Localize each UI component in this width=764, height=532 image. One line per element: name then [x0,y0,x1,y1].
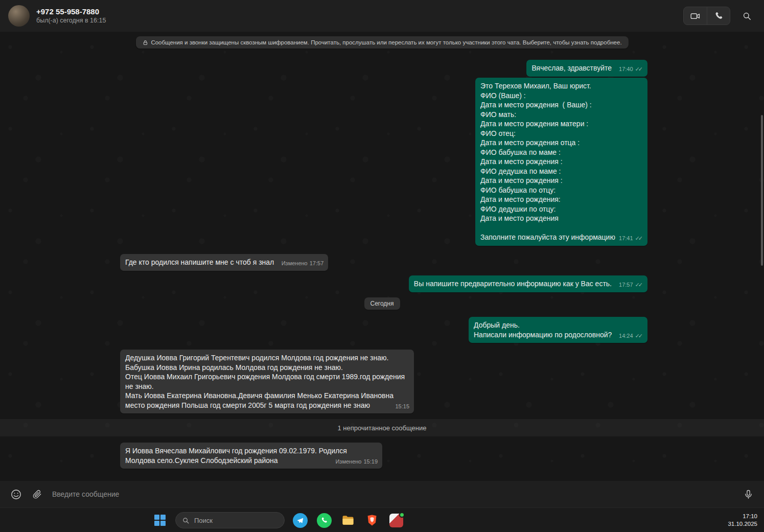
message-time: 17:57 [619,280,633,290]
windows-taskbar: Поиск [0,507,764,532]
message-text: Дедушка Иовва Григорий Терентевич родилс… [125,353,409,410]
clock-time: 17:10 [728,513,757,520]
message-meta: 14:24 ✓✓ [619,331,643,341]
message-time: 14:24 [619,331,633,341]
message-incoming[interactable]: Дедушка Иовва Григорий Терентевич родилс… [120,350,414,413]
message-meta: 15:15 [395,402,409,411]
search-in-chat-button[interactable] [737,7,756,25]
read-receipt-icon: ✓✓ [635,280,643,290]
video-camera-icon [690,11,701,21]
message-text: Вы напишите предварительно информацию ка… [414,279,642,289]
message-meta: 17:57 ✓✓ [619,280,643,290]
message-time: 17:41 [619,234,633,243]
taskbar-clock[interactable]: 17:10 31.10.2025 [728,508,757,532]
app-icon-with-badge[interactable] [387,512,405,529]
taskbar-center: Поиск [151,508,405,532]
message-outgoing[interactable]: Добрый день. Написали информацию по родо… [469,317,647,343]
notification-badge [399,512,405,518]
message-outgoing[interactable]: Вы напишите предварительно информацию ка… [409,275,647,292]
message-outgoing[interactable]: Это Терехов Михаил, Ваш юрист. ФИО (Ваше… [475,78,647,246]
message-time: 17:40 [619,64,633,74]
unread-messages-label: 1 непрочитанное сообщение [338,424,427,432]
emoji-picker-button[interactable] [10,489,22,500]
conversation-panel: Сообщения и звонки защищены сквозным шиф… [0,32,764,481]
message-composer [0,481,764,507]
message-incoming[interactable]: Я Иовва Вячеслав Михайлович год рождения… [120,443,382,469]
message-meta: Изменено 15:19 [335,457,378,467]
contact-avatar[interactable] [8,5,30,27]
windows-logo-icon [154,515,166,526]
message-meta: 17:41 ✓✓ [619,234,643,243]
video-call-button[interactable] [684,7,707,25]
message-incoming[interactable]: Где кто родился напишите мне с чтоб я зн… [120,254,328,271]
message-meta: Изменено 17:57 [282,259,324,268]
message-time: 17:57 [310,259,324,268]
attach-file-button[interactable] [32,489,42,500]
last-seen-status: был(-а) сегодня в 16:15 [36,16,106,25]
call-button-group [683,7,730,25]
read-receipt-icon: ✓✓ [635,64,643,74]
read-receipt-icon: ✓✓ [635,331,643,341]
whatsapp-icon[interactable] [315,512,333,529]
app-logo-icon [389,514,403,527]
lock-icon [142,40,148,45]
contact-info[interactable]: +972 55-958-7880 был(-а) сегодня в 16:15 [36,7,106,25]
search-icon [182,517,190,524]
telegram-logo-icon [293,513,308,528]
chat-header: +972 55-958-7880 был(-а) сегодня в 16:15 [0,0,764,32]
message-outgoing[interactable]: Вячеслав, здравствуйте 17:40 ✓✓ [526,60,647,77]
voice-message-button[interactable] [743,489,754,500]
encryption-notice-text: Сообщения и звонки защищены сквозным шиф… [151,39,621,45]
search-icon [742,11,752,21]
read-receipt-icon: ✓✓ [635,234,643,243]
whatsapp-logo-icon [317,513,332,528]
encryption-notice[interactable]: Сообщения и звонки защищены сквозным шиф… [135,36,628,49]
file-explorer-icon[interactable] [339,512,357,529]
voice-call-button[interactable] [707,7,730,25]
taskbar-search[interactable]: Поиск [175,512,285,528]
message-time: 15:19 [363,457,378,467]
folder-icon [341,513,355,527]
header-actions [683,7,756,25]
unread-messages-divider: 1 непрочитанное сообщение [0,419,764,436]
message-text: Добрый день. Написали информацию по родо… [474,320,642,339]
contact-name: +972 55-958-7880 [36,7,106,16]
edited-label: Изменено [282,259,308,268]
date-divider: Сегодня [364,297,400,310]
message-time: 15:15 [395,402,409,411]
brave-shield-icon [365,514,379,527]
start-button[interactable] [151,512,169,529]
telegram-icon[interactable] [291,512,309,529]
message-text: Это Терехов Михаил, Ваш юрист. ФИО (Ваше… [480,81,642,242]
edited-label: Изменено [335,457,361,467]
clock-date: 31.10.2025 [728,520,757,528]
brave-icon[interactable] [363,512,381,529]
phone-icon [714,11,724,21]
whatsapp-window: +972 55-958-7880 был(-а) сегодня в 16:15 [0,0,764,532]
chat-scrollbar[interactable] [761,115,763,266]
message-meta: 17:40 ✓✓ [619,64,643,74]
message-input[interactable] [52,490,733,498]
taskbar-search-label: Поиск [194,517,213,524]
